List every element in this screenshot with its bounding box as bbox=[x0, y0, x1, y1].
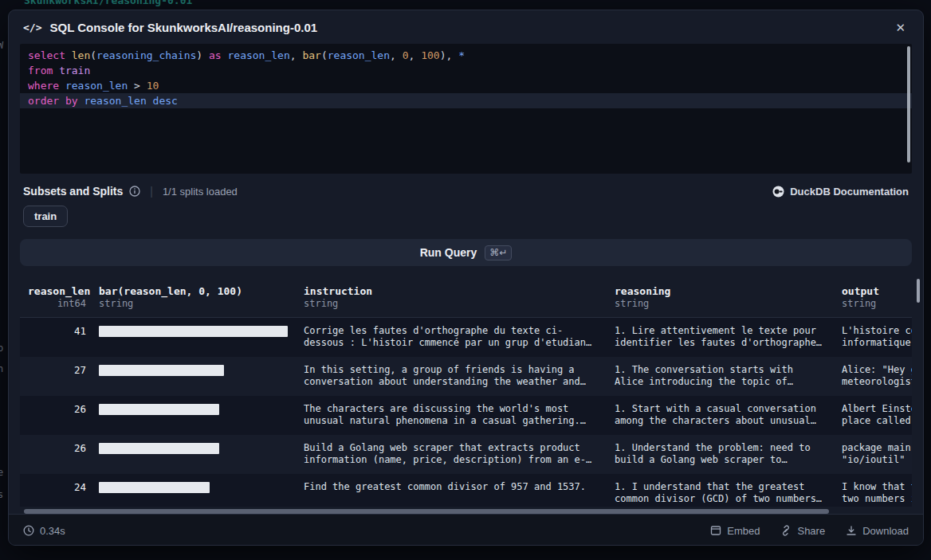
cell-bar bbox=[91, 435, 296, 474]
results-table: reason_lenint64bar(reason_len, 0, 100)st… bbox=[20, 279, 912, 507]
cell-bar bbox=[91, 357, 296, 396]
subsets-and-splits-label: Subsets and Splits bbox=[23, 185, 123, 198]
table-row: 26The characters are discussing the worl… bbox=[20, 396, 912, 435]
cell-instruction: Find the greatest common divisor of 957 … bbox=[296, 474, 607, 507]
close-icon[interactable]: ✕ bbox=[892, 18, 909, 37]
code-line: order by reason_len desc bbox=[20, 93, 912, 108]
embed-label: Embed bbox=[727, 525, 760, 537]
query-duration-text: 0.34s bbox=[40, 525, 65, 537]
sql-editor[interactable]: select len(reasoning_chains) as reason_l… bbox=[20, 44, 912, 174]
column-name: reasoning bbox=[615, 284, 826, 298]
link-icon bbox=[780, 525, 792, 536]
modal-title: SQL Console for SkunkworksAI/reasoning-0… bbox=[49, 21, 317, 34]
column-header-reason_len: reason_lenint64 bbox=[20, 279, 91, 317]
cell-reason-len: 26 bbox=[20, 435, 91, 474]
share-label: Share bbox=[797, 525, 825, 537]
cell-reason-len: 26 bbox=[20, 396, 91, 435]
embed-button[interactable]: Embed bbox=[710, 525, 760, 537]
column-type: string bbox=[304, 298, 599, 310]
column-type: string bbox=[99, 298, 288, 310]
download-button[interactable]: Download bbox=[846, 525, 909, 537]
table-row: 26Build a Golang web scraper that extrac… bbox=[20, 435, 912, 474]
sql-editor-lines: select len(reasoning_chains) as reason_l… bbox=[20, 48, 912, 108]
split-chip-train[interactable]: train bbox=[23, 206, 68, 227]
vertical-divider: | bbox=[150, 185, 153, 198]
editor-scrollbar[interactable] bbox=[907, 46, 910, 163]
table-vertical-scrollbar-thumb[interactable] bbox=[917, 279, 920, 303]
cell-reason-len: 41 bbox=[20, 317, 91, 357]
bar-visualization bbox=[99, 404, 219, 415]
table-row: 41Corrige les fautes d'orthographe du te… bbox=[20, 317, 912, 357]
bar-visualization bbox=[99, 443, 219, 454]
modal-header: </> SQL Console for SkunkworksAI/reasoni… bbox=[9, 10, 923, 44]
backdrop-text-fragment: b bbox=[0, 343, 3, 354]
horizontal-scrollbar-track bbox=[20, 509, 912, 514]
column-header-output: outputstring bbox=[834, 279, 912, 317]
cell-bar bbox=[91, 396, 296, 435]
horizontal-scrollbar-thumb[interactable] bbox=[24, 509, 829, 514]
cell-reasoning: 1. Start with a casual conversation amon… bbox=[607, 396, 834, 435]
cell-bar bbox=[91, 474, 296, 507]
backdrop-text-fragment: e bbox=[0, 467, 3, 478]
cell-instruction: The characters are discussing the world'… bbox=[296, 396, 607, 435]
duckdb-documentation-label: DuckDB Documentation bbox=[790, 186, 909, 198]
cell-bar bbox=[91, 317, 296, 357]
column-type: int64 bbox=[28, 298, 86, 310]
bar-visualization bbox=[99, 365, 224, 376]
embed-icon bbox=[710, 525, 721, 536]
info-icon[interactable] bbox=[129, 186, 140, 197]
keyboard-shortcut-badge: ⌘↵ bbox=[485, 245, 512, 260]
bar-visualization bbox=[99, 326, 288, 337]
run-query-button[interactable]: Run Query ⌘↵ bbox=[20, 239, 912, 266]
duckdb-documentation-link[interactable]: DuckDB Documentation bbox=[772, 186, 909, 198]
backdrop-text-fragment: W bbox=[0, 40, 3, 51]
results-table-container: reason_lenint64bar(reason_len, 0, 100)st… bbox=[20, 279, 912, 507]
column-header-instruction: instructionstring bbox=[296, 279, 607, 317]
splits-loaded-text: 1/1 splits loaded bbox=[163, 186, 238, 198]
download-label: Download bbox=[862, 525, 909, 537]
column-name: bar(reason_len, 0, 100) bbox=[99, 284, 288, 298]
footer-actions: Embed Share Download bbox=[710, 525, 909, 537]
modal-footer: 0.34s Embed Share Download bbox=[9, 514, 923, 546]
cell-output: Alice: "Hey g meteorologist bbox=[834, 357, 912, 396]
cell-reasoning: 1. I understand that the greatest common… bbox=[607, 474, 834, 507]
table-row: 24Find the greatest common divisor of 95… bbox=[20, 474, 912, 507]
column-header-bar-reason_len-0-100-: bar(reason_len, 0, 100)string bbox=[91, 279, 296, 317]
column-name: output bbox=[842, 284, 912, 298]
sql-console-modal: </> SQL Console for SkunkworksAI/reasoni… bbox=[8, 10, 924, 546]
duckdb-logo-icon bbox=[772, 186, 784, 198]
cell-output: Albert Einste place called bbox=[834, 396, 912, 435]
query-duration: 0.34s bbox=[23, 525, 65, 537]
cell-reason-len: 24 bbox=[20, 474, 91, 507]
download-icon bbox=[846, 525, 857, 536]
table-row: 27In this setting, a group of friends is… bbox=[20, 357, 912, 396]
cell-output: package main "io/ioutil" " bbox=[834, 435, 912, 474]
code-icon: </> bbox=[23, 22, 41, 33]
table-head: reason_lenint64bar(reason_len, 0, 100)st… bbox=[20, 279, 912, 317]
column-name: instruction bbox=[304, 284, 599, 298]
subsets-row: Subsets and Splits | 1/1 splits loaded D… bbox=[23, 185, 909, 198]
cell-reasoning: 1. Lire attentivement le texte pour iden… bbox=[607, 317, 834, 357]
column-header-reasoning: reasoningstring bbox=[607, 279, 834, 317]
cell-reasoning: 1. Understand the problem: need to build… bbox=[607, 435, 834, 474]
share-button[interactable]: Share bbox=[780, 525, 825, 537]
cell-instruction: Corrige les fautes d'orthographe du text… bbox=[296, 317, 607, 357]
header-row: reason_lenint64bar(reason_len, 0, 100)st… bbox=[20, 279, 912, 317]
backdrop-text-fragment: h bbox=[0, 363, 3, 374]
code-line: select len(reasoning_chains) as reason_l… bbox=[20, 48, 912, 63]
backdrop-page-title-fragment: SkunkworksAI/reasoning-0.01 bbox=[24, 0, 192, 6]
cell-reasoning: 1. The conversation starts with Alice in… bbox=[607, 357, 834, 396]
column-name: reason_len bbox=[28, 284, 86, 298]
table-body: 41Corrige les fautes d'orthographe du te… bbox=[20, 317, 912, 507]
code-line: from train bbox=[20, 63, 912, 78]
backdrop-text-fragment: s bbox=[0, 489, 3, 500]
cell-reason-len: 27 bbox=[20, 357, 91, 396]
bar-visualization bbox=[99, 482, 210, 493]
clock-icon bbox=[23, 525, 34, 536]
cell-output: L'histoire co informatique bbox=[834, 317, 912, 357]
code-line: where reason_len > 10 bbox=[20, 78, 912, 93]
cell-output: I know that t two numbers i bbox=[834, 474, 912, 507]
cell-instruction: Build a Golang web scraper that extracts… bbox=[296, 435, 607, 474]
run-query-label: Run Query bbox=[420, 246, 477, 259]
cell-instruction: In this setting, a group of friends is h… bbox=[296, 357, 607, 396]
